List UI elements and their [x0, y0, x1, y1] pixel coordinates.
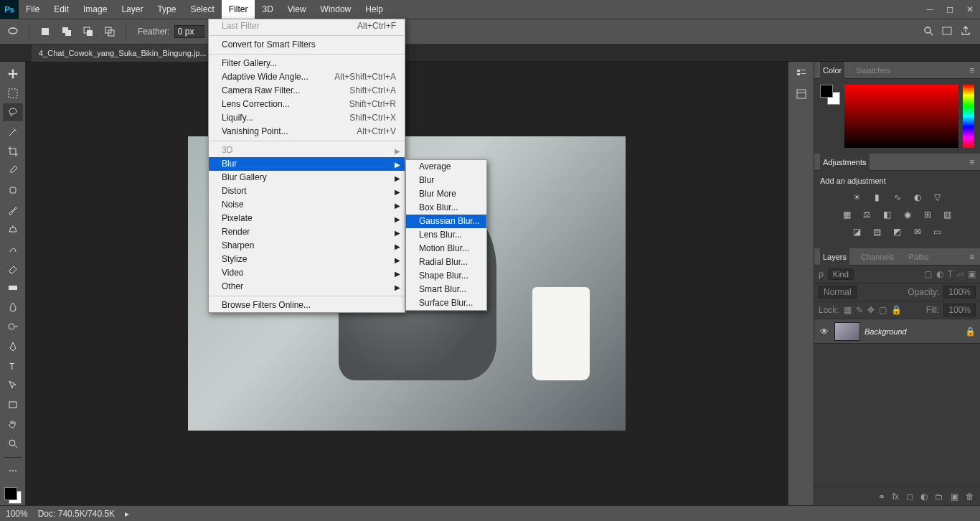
history-brush-tool-icon[interactable]: [3, 240, 23, 258]
menu-blur-lens[interactable]: Lens Blur...: [406, 228, 486, 242]
menu-distort-sub[interactable]: Distort▶: [209, 184, 405, 198]
lock-pos-icon[interactable]: ✥: [867, 305, 875, 315]
color-tab[interactable]: Color: [820, 62, 844, 79]
menu-help[interactable]: Help: [358, 0, 390, 19]
workspace-icon[interactable]: [941, 25, 953, 39]
paths-tab[interactable]: Paths: [906, 248, 932, 266]
menu-browse-filters[interactable]: Browse Filters Online...: [209, 299, 405, 312]
mask-icon[interactable]: ◻: [906, 492, 913, 502]
fill-adj-icon[interactable]: ◐: [920, 492, 928, 502]
menu-convert-smart[interactable]: Convert for Smart Filters: [209, 38, 405, 52]
pen-tool-icon[interactable]: [3, 337, 23, 355]
magic-wand-tool-icon[interactable]: [3, 123, 23, 141]
layer-name[interactable]: Background: [864, 327, 907, 336]
selective-icon[interactable]: ✉: [910, 225, 925, 238]
layer-thumbnail[interactable]: [834, 322, 860, 341]
lasso-tool-icon[interactable]: [4, 23, 22, 40]
menu-blur-sub[interactable]: Blur▶: [209, 157, 405, 171]
levels-icon[interactable]: ▮: [870, 191, 885, 204]
brightness-icon[interactable]: ☀: [850, 191, 864, 204]
menu-edit[interactable]: Edit: [47, 0, 76, 19]
invert-icon[interactable]: ◪: [850, 225, 864, 238]
layers-tab[interactable]: Layers: [820, 248, 849, 266]
doc-info-arrow-icon[interactable]: ▸: [125, 509, 129, 519]
filter-adjust-icon[interactable]: ◐: [936, 269, 943, 279]
edit-toolbar-icon[interactable]: ⋯: [3, 462, 23, 480]
clone-tool-icon[interactable]: [3, 220, 23, 238]
menu-last-filter[interactable]: Last FilterAlt+Ctrl+F: [209, 19, 405, 33]
menu-blur-shape[interactable]: Shape Blur...: [406, 269, 486, 283]
bw-icon[interactable]: ◧: [880, 208, 895, 221]
maximize-button[interactable]: ◻: [940, 0, 960, 19]
photo-filter-icon[interactable]: ◉: [900, 208, 915, 221]
lock-nest-icon[interactable]: ▢: [879, 305, 887, 315]
lock-all-icon[interactable]: 🔒: [891, 305, 902, 315]
swatches-tab[interactable]: Swatches: [853, 62, 893, 79]
menu-filter[interactable]: Filter: [222, 0, 255, 19]
close-button[interactable]: ✕: [960, 0, 980, 19]
hue-icon[interactable]: ▦: [840, 208, 854, 221]
menu-3d-sub[interactable]: 3D▶: [209, 144, 405, 157]
panel-menu-icon[interactable]: ≡: [969, 65, 974, 75]
menu-blur-blur[interactable]: Blur: [406, 174, 486, 187]
threshold-icon[interactable]: ◩: [890, 225, 905, 238]
opacity-input[interactable]: 100%: [943, 286, 976, 299]
exposure-icon[interactable]: ◐: [910, 191, 925, 204]
crop-tool-icon[interactable]: [3, 143, 23, 161]
properties-panel-icon[interactable]: [796, 88, 807, 102]
adjustments-tab[interactable]: Adjustments: [820, 154, 870, 171]
menu-stylize-sub[interactable]: Stylize▶: [209, 253, 405, 266]
menu-liquify[interactable]: Liquify...Shift+Ctrl+X: [209, 111, 405, 125]
color-fgbg-swatch[interactable]: [820, 85, 840, 105]
menu-3d[interactable]: 3D: [255, 0, 280, 19]
foreground-background-swatch[interactable]: [3, 486, 23, 505]
lookup-icon[interactable]: ▥: [941, 208, 955, 221]
menu-blur-average[interactable]: Average: [406, 160, 486, 174]
menu-blur-more[interactable]: Blur More: [406, 187, 486, 201]
menu-pixelate-sub[interactable]: Pixelate▶: [209, 212, 405, 225]
delete-icon[interactable]: 🗑: [966, 492, 974, 502]
brush-tool-icon[interactable]: [3, 201, 23, 219]
menu-select[interactable]: Select: [183, 0, 221, 19]
menu-blur-surface[interactable]: Surface Blur...: [406, 296, 486, 310]
doc-info[interactable]: Doc: 740.5K/740.5K: [38, 509, 115, 519]
menu-blur-box[interactable]: Box Blur...: [406, 201, 486, 215]
move-tool-icon[interactable]: [3, 65, 23, 83]
type-tool-icon[interactable]: T: [3, 357, 23, 375]
zoom-tool-icon[interactable]: [3, 435, 23, 453]
document-tab[interactable]: 4_Chat_Cowok_yang_Suka_Bikin_Bingung.jp.…: [32, 44, 215, 62]
menu-camera-raw[interactable]: Camera Raw Filter...Shift+Ctrl+A: [209, 84, 405, 98]
minimize-button[interactable]: ─: [920, 0, 940, 19]
fill-input[interactable]: 100%: [943, 304, 976, 316]
menu-type[interactable]: Type: [150, 0, 183, 19]
eraser-tool-icon[interactable]: [3, 259, 23, 277]
panel-menu-icon[interactable]: ≡: [969, 252, 974, 262]
filter-smart-icon[interactable]: ▣: [968, 269, 976, 279]
zoom-level[interactable]: 100%: [6, 509, 28, 519]
channels-tab[interactable]: Channels: [858, 248, 897, 266]
marquee-tool-icon[interactable]: [3, 84, 23, 102]
menu-filter-gallery[interactable]: Filter Gallery...: [209, 57, 405, 70]
selection-intersect-icon[interactable]: [101, 23, 118, 40]
vibrance-icon[interactable]: ▽: [930, 191, 945, 204]
menu-window[interactable]: Window: [314, 0, 359, 19]
layer-item[interactable]: 👁 Background 🔒: [814, 319, 980, 344]
menu-vanishing-point[interactable]: Vanishing Point...Alt+Ctrl+V: [209, 125, 405, 139]
posterize-icon[interactable]: ▤: [870, 225, 885, 238]
feather-input[interactable]: [174, 25, 204, 38]
lasso-tool-icon[interactable]: [3, 103, 23, 121]
group-icon[interactable]: 🗀: [935, 492, 943, 502]
menu-lens-correction[interactable]: Lens Correction...Shift+Ctrl+R: [209, 98, 405, 111]
blend-mode-select[interactable]: Normal: [819, 286, 857, 299]
eyedropper-tool-icon[interactable]: [3, 162, 23, 180]
panel-menu-icon[interactable]: ≡: [969, 157, 974, 167]
new-layer-icon[interactable]: ▣: [951, 492, 958, 502]
color-field[interactable]: [844, 85, 958, 148]
hand-tool-icon[interactable]: [3, 416, 23, 433]
menu-view[interactable]: View: [281, 0, 314, 19]
gradient-map-icon[interactable]: ▭: [930, 225, 945, 238]
gradient-tool-icon[interactable]: [3, 279, 23, 297]
link-icon[interactable]: ⚭: [878, 492, 885, 502]
mixer-icon[interactable]: ⊞: [920, 208, 935, 221]
menu-blur-smart[interactable]: Smart Blur...: [406, 283, 486, 296]
